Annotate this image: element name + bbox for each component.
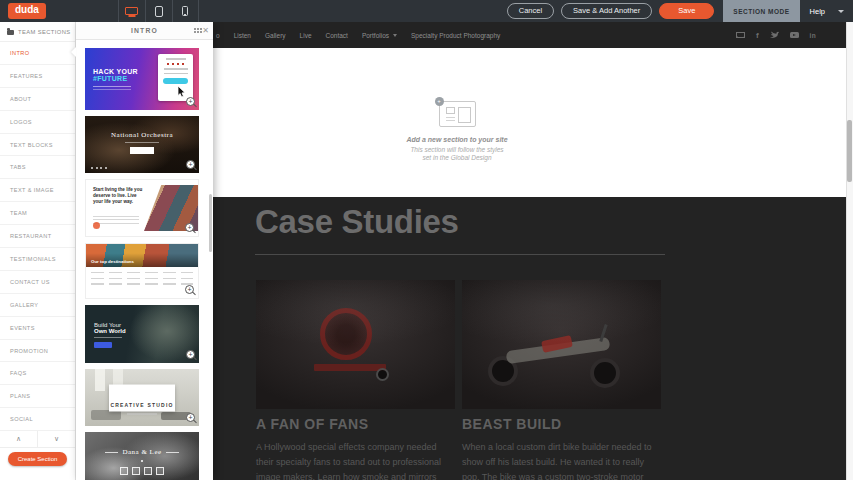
sidebar-item-gallery[interactable]: GALLERY [0, 294, 75, 317]
dirt-bike-image [462, 280, 661, 409]
nav-item-specialty[interactable]: Specialty Product Photography [411, 32, 500, 39]
sidebar-item-promotion[interactable]: PROMOTION [0, 340, 75, 363]
sidebar-item-faqs[interactable]: FAQS [0, 362, 75, 385]
device-desktop-button[interactable] [118, 0, 145, 22]
thumbnail-start-living[interactable]: Start living the life you deserve to liv… [85, 179, 199, 237]
grid-view-icon[interactable] [194, 28, 196, 30]
add-section-placeholder[interactable]: + Add a new section to your site This se… [377, 101, 537, 162]
thumbnail-creative-studio[interactable]: CREATIVE STUDIO [85, 369, 199, 426]
youtube-icon[interactable] [790, 32, 799, 39]
chevron-down-icon [838, 10, 844, 13]
form-button [163, 78, 188, 84]
device-tablet-button[interactable] [145, 0, 172, 22]
signup-form-card [158, 54, 193, 101]
tablet-icon [155, 6, 163, 17]
vertical-scrollbar[interactable] [846, 22, 853, 480]
accent-dot [93, 222, 100, 229]
carousel-dots [91, 167, 107, 169]
cancel-button[interactable]: Cancel [507, 3, 554, 19]
thumbnail-dana-and-lee[interactable]: Dana & Lee [85, 432, 199, 480]
sidebar-item-about[interactable]: ABOUT [0, 88, 75, 111]
device-switcher [118, 0, 199, 22]
scroll-down-button[interactable]: ∨ [38, 431, 75, 447]
email-icon[interactable] [736, 32, 745, 39]
sidebar-item-tabs[interactable]: TABS [0, 156, 75, 179]
thumb-title-line1: HACK YOUR [93, 68, 138, 75]
folder-icon [7, 30, 14, 35]
top-toolbar: duda Cancel Save & Add Another Save SECT… [0, 0, 853, 22]
panel-scrollbar-thumb[interactable] [209, 194, 212, 252]
sidebar-item-testimonials[interactable]: TESTIMONIALS [0, 248, 75, 271]
placeholder-subtitle: This section will follow the styles set … [377, 146, 537, 162]
create-section-button[interactable]: Create Section [8, 452, 68, 466]
sidebar-item-intro[interactable]: INTRO [0, 42, 75, 65]
studio-card: CREATIVE STUDIO [109, 384, 175, 411]
sidebar-item-text-image[interactable]: TEXT & IMAGE [0, 179, 75, 202]
preview-zoom-icon[interactable] [186, 97, 195, 106]
nav-item-contact[interactable]: Contact [326, 32, 348, 39]
thumbnail-hack-your-future[interactable]: HACK YOUR #FUTURE [85, 48, 199, 110]
mobile-icon [182, 6, 188, 16]
sidebar-item-text-blocks[interactable]: TEXT BLOCKS [0, 134, 75, 157]
destinations-table [91, 272, 193, 289]
thumbnail-national-orchestra[interactable]: National Orchestra [85, 116, 199, 173]
thumb-title-line2: Own World [94, 328, 126, 334]
preview-zoom-icon[interactable] [186, 160, 195, 169]
nav-item-live[interactable]: Live [300, 32, 312, 39]
save-add-another-button[interactable]: Save & Add Another [561, 3, 652, 19]
sidebar-item-plans[interactable]: PLANS [0, 385, 75, 408]
sidebar-item-team[interactable]: TEAM [0, 202, 75, 225]
article-title: BEAST BUILD [462, 416, 661, 432]
intro-panel: INTRO ✕ HACK YOUR #FUTURE [76, 22, 213, 480]
sidebar-item-restaurant[interactable]: RESTAURANT [0, 225, 75, 248]
panel-arrow-notch [71, 47, 76, 57]
twitter-icon[interactable] [770, 31, 779, 39]
linkedin-icon[interactable]: in [810, 32, 816, 39]
sidebar-item-logos[interactable]: LOGOS [0, 111, 75, 134]
app-window: o Listen Gallery Live Contact Portfolios… [0, 0, 853, 480]
preview-zoom-icon[interactable] [185, 285, 194, 294]
scroll-up-button[interactable]: ∧ [0, 431, 38, 447]
thumbnail-list: HACK YOUR #FUTURE National Orchestra [76, 40, 213, 480]
sidebar-item-social[interactable]: SOCIAL [0, 408, 75, 431]
thumb-title-line2: #FUTURE [93, 75, 138, 82]
case-study-article: A FAN OF FANS A Hollywood special effect… [256, 280, 455, 480]
toolbar-actions: Cancel Save & Add Another Save SECTION M… [507, 0, 853, 22]
sidebar-item-features[interactable]: FEATURES [0, 65, 75, 88]
close-icon[interactable]: ✕ [202, 22, 209, 40]
nav-item-fragment[interactable]: o [216, 32, 220, 39]
thumbnail-build-your-own-world[interactable]: Build Your Own World [85, 305, 199, 363]
thumb-button [130, 147, 154, 154]
nav-item-portfolios[interactable]: Portfolios [362, 32, 397, 39]
section-mode-badge: SECTION MODE [723, 0, 799, 22]
nav-item-listen[interactable]: Listen [234, 32, 251, 39]
save-button[interactable]: Save [659, 3, 714, 19]
nav-item-portfolios-label: Portfolios [362, 32, 389, 39]
preview-zoom-icon[interactable] [186, 350, 195, 359]
thumb-title: CREATIVE STUDIO [110, 401, 173, 407]
device-mobile-button[interactable] [172, 0, 199, 22]
sidebar-item-events[interactable]: EVENTS [0, 317, 75, 340]
mouse-cursor-icon [177, 86, 186, 98]
help-menu[interactable]: Help [800, 7, 853, 16]
nav-item-gallery[interactable]: Gallery [265, 32, 286, 39]
preview-zoom-icon[interactable] [186, 413, 195, 422]
article-body: A Hollywood special effects company need… [256, 440, 455, 480]
section-heading: Case Studies [255, 203, 459, 241]
thumb-title: Dana & Lee [122, 448, 161, 456]
thumb-title: National Orchestra [85, 131, 199, 139]
countdown-boxes [85, 467, 199, 475]
duda-logo[interactable]: duda [8, 3, 46, 19]
case-study-article: BEAST BUILD When a local custom dirt bik… [462, 280, 661, 480]
social-icons: f in [736, 22, 816, 48]
scrollbar-thumb[interactable] [847, 120, 852, 182]
help-label: Help [810, 7, 825, 16]
preview-zoom-icon[interactable] [185, 223, 194, 232]
section-box-icon: + [439, 101, 476, 127]
chevron-down-icon [393, 34, 397, 37]
facebook-icon[interactable]: f [756, 31, 759, 40]
thumb-title: Our top destinations [91, 259, 134, 264]
thumbnail-top-destinations[interactable]: Our top destinations [85, 243, 199, 299]
sidebar-item-contact-us[interactable]: CONTACT US [0, 271, 75, 294]
sidebar-header-label: TEAM SECTIONS [18, 29, 71, 35]
